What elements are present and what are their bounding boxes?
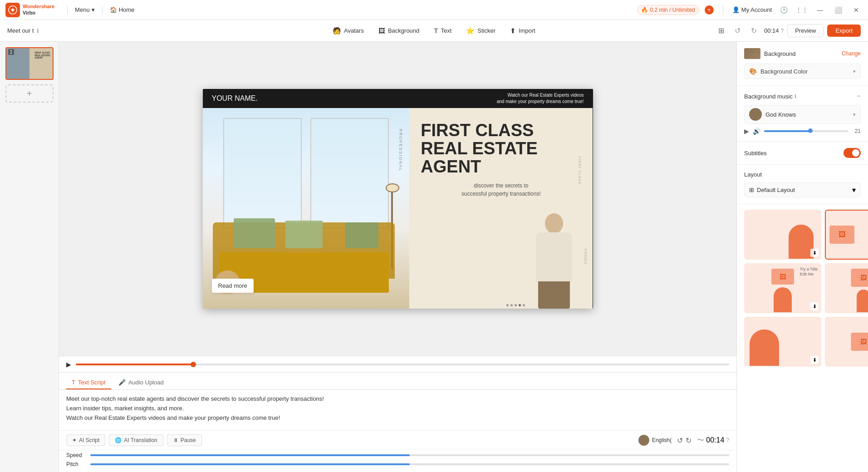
script-line-3: Watch our Real Estate Experts videos and… bbox=[66, 413, 729, 423]
play-music-button[interactable]: ▶ bbox=[744, 128, 749, 135]
preview-button[interactable]: Preview bbox=[787, 24, 824, 37]
bg-color-left: 🎨 Background Color bbox=[749, 68, 808, 75]
tab-audio-upload[interactable]: 🎤 Audio Upload bbox=[113, 376, 169, 389]
volume-handle[interactable] bbox=[808, 128, 813, 133]
spv-controls: Speed Pitch bbox=[59, 450, 736, 472]
layout-option-2[interactable]: 🖼 ⬇ bbox=[825, 210, 868, 260]
close-button[interactable]: ✕ bbox=[850, 4, 863, 16]
layout-option-4[interactable]: 🖼 ⬇ bbox=[825, 263, 868, 313]
minimize-button[interactable]: — bbox=[814, 4, 826, 16]
avatars-label: Avatars bbox=[344, 27, 364, 34]
progress-track[interactable] bbox=[76, 364, 729, 365]
subtitles-label: Subtitles bbox=[744, 150, 767, 157]
undo-button[interactable]: ↺ bbox=[731, 25, 744, 37]
maximize-button[interactable]: ⬜ bbox=[832, 4, 844, 16]
progress-handle[interactable] bbox=[191, 362, 196, 367]
pitch-label: Pitch bbox=[66, 461, 87, 467]
voice-selector[interactable]: English( bbox=[638, 435, 672, 446]
change-button[interactable]: Change bbox=[842, 50, 861, 57]
toolbar2-right: ⊞ ↺ ↻ 00:14 ? Preview Export bbox=[715, 24, 861, 37]
sticker-button[interactable]: ⭐ Sticker bbox=[460, 24, 502, 38]
avatars-button[interactable]: 🧑 Avatars bbox=[326, 24, 370, 38]
ai-translation-button[interactable]: 🌐 AI Translation bbox=[109, 434, 163, 446]
speed-row: Speed bbox=[66, 452, 729, 458]
bg-thumbnail bbox=[744, 48, 760, 59]
music-selector[interactable]: God Knows ▾ bbox=[744, 105, 861, 124]
speed-track[interactable] bbox=[90, 454, 729, 456]
voice-avatar bbox=[638, 435, 649, 446]
layout-chevron-icon: ▾ bbox=[852, 186, 856, 194]
logo-icon bbox=[5, 3, 20, 17]
waveform-icon: 〜 bbox=[697, 436, 704, 445]
grid-button[interactable]: ⋮⋮ bbox=[795, 4, 808, 16]
layout-option-3[interactable]: 🖼 Try a TitleEdit Me ⬇ bbox=[744, 263, 821, 313]
dot-1 bbox=[506, 304, 509, 306]
canvas-right-panel: FIRST CLASS REAL ESTATE AGENT discover t… bbox=[409, 108, 593, 309]
main-content: FIRST CLASSREAL ESTATEAGENT 1 + YOUR NAM… bbox=[0, 42, 868, 472]
help-icon: ? bbox=[780, 28, 784, 34]
canvas: YOUR NAME. Watch our Real Estate Experts… bbox=[203, 89, 593, 309]
avatar-figure-container bbox=[502, 191, 593, 309]
time-display: 0.2 min / Unlimited bbox=[650, 7, 695, 13]
account-label: My Account bbox=[741, 6, 772, 13]
read-more-button[interactable]: Read more bbox=[212, 279, 254, 293]
slide-1[interactable]: FIRST CLASSREAL ESTATEAGENT 1 bbox=[5, 47, 54, 80]
layout-3-img-icon: 🖼 bbox=[780, 273, 786, 280]
pause-button[interactable]: ⏸ Pause bbox=[167, 434, 202, 446]
export-button[interactable]: Export bbox=[827, 25, 861, 37]
dot-active bbox=[519, 304, 521, 306]
history-button[interactable]: 🕐 bbox=[777, 4, 790, 16]
audio-icon: 🎤 bbox=[118, 379, 126, 386]
account-button[interactable]: 👤 My Account bbox=[732, 6, 772, 13]
toolbar2-wrapper: Meet our t ℹ 🧑 Avatars 🖼 Background T Te… bbox=[7, 24, 861, 37]
time-counter: 00:14 ? bbox=[764, 27, 784, 34]
background-button[interactable]: 🖼 Background bbox=[372, 24, 426, 37]
canvas-tagline: Watch our Real Estate Experts videosand … bbox=[497, 92, 584, 105]
ai-script-button[interactable]: ✦ AI Script bbox=[66, 434, 105, 446]
redo-icon[interactable]: ↻ bbox=[686, 436, 691, 445]
project-title: Meet our t ℹ bbox=[7, 27, 39, 34]
canvas-wrapper: YOUR NAME. Watch our Real Estate Experts… bbox=[59, 42, 736, 356]
side-label-firstclass: First Class bbox=[578, 156, 582, 184]
music-info: God Knows bbox=[749, 108, 796, 121]
undo-icon[interactable]: ↺ bbox=[677, 436, 683, 445]
project-title-text: Meet our t bbox=[7, 27, 34, 34]
tab-text-script[interactable]: T Text Script bbox=[66, 376, 111, 389]
layout-option-1[interactable]: ⬇ bbox=[744, 210, 821, 260]
canvas-left-panel: Read more Professional bbox=[203, 108, 410, 309]
user-icon: 👤 bbox=[732, 6, 740, 13]
bg-color-accordion[interactable]: 🎨 Background Color ▾ bbox=[744, 64, 861, 79]
right-panel: Background Change 🎨 Background Color ▾ B… bbox=[736, 42, 868, 472]
layout-1-download[interactable]: ⬇ bbox=[810, 249, 819, 257]
avatar-icon: 🧑 bbox=[333, 27, 341, 35]
redo-button[interactable]: ↻ bbox=[748, 25, 760, 37]
layout-4-image: 🖼 bbox=[851, 269, 868, 287]
pitch-track[interactable] bbox=[90, 463, 729, 465]
chevron-right-icon: ▾ bbox=[853, 69, 856, 74]
heading-line1: FIRST CLASS bbox=[421, 121, 534, 140]
layout-option-6[interactable]: 🖼 Try a TitleEdit Me ⬇ bbox=[825, 317, 868, 367]
side-label-professional: Professional bbox=[398, 129, 403, 172]
dots-row bbox=[502, 304, 593, 306]
menu-button[interactable]: Menu ▾ bbox=[71, 5, 98, 15]
volume-slider[interactable] bbox=[764, 130, 848, 132]
text-button[interactable]: T Text bbox=[427, 24, 458, 37]
ai-script-label: AI Script bbox=[79, 437, 99, 443]
side-label-promo: Promo bbox=[584, 248, 588, 264]
layout-3-download[interactable]: ⬇ bbox=[810, 302, 819, 310]
layout-option-5[interactable]: ⬇ bbox=[744, 317, 821, 367]
layout-selector[interactable]: ⊞ Default Layout ▾ bbox=[744, 182, 861, 197]
add-time-button[interactable]: + bbox=[705, 5, 714, 15]
import-button[interactable]: ⬆ Import bbox=[504, 24, 542, 38]
home-button[interactable]: 🏠 Home bbox=[106, 5, 138, 15]
layout-5-download[interactable]: ⬇ bbox=[810, 356, 819, 364]
subtitles-toggle[interactable] bbox=[843, 148, 861, 158]
layout-4-avatar bbox=[857, 290, 868, 312]
home-label: Home bbox=[119, 6, 135, 13]
play-button[interactable]: ▶ bbox=[66, 361, 71, 368]
layout-icon-button[interactable]: ⊞ bbox=[715, 25, 728, 37]
collapse-music-button[interactable]: − bbox=[857, 92, 861, 100]
text-icon: T bbox=[434, 27, 438, 34]
add-slide-button[interactable]: + bbox=[5, 84, 54, 103]
layout-6-img-icon: 🖼 bbox=[860, 338, 867, 345]
